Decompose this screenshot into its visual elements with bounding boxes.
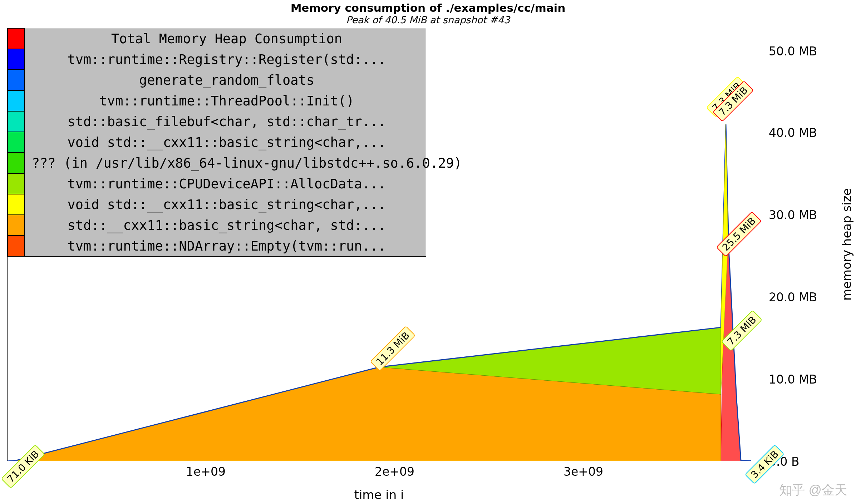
legend-swatch bbox=[8, 194, 25, 215]
legend-item[interactable]: tvm::runtime::NDArray::Empty(tvm::run... bbox=[8, 236, 426, 256]
legend-item[interactable]: std::basic_filebuf<char, std::char_tr... bbox=[8, 111, 426, 132]
chart-subtitle: Peak of 40.5 MiB at snapshot #43 bbox=[0, 14, 856, 25]
y-tick-label: 30.0 MB bbox=[769, 208, 817, 222]
x-tick-label: 3e+09 bbox=[564, 465, 603, 479]
legend-label: std::__cxx11::basic_string<char, std:... bbox=[25, 219, 426, 232]
legend-label: tvm::runtime::ThreadPool::Init() bbox=[25, 94, 426, 108]
legend-swatch bbox=[8, 215, 25, 236]
legend-label: void std::__cxx11::basic_string<char,... bbox=[25, 198, 426, 211]
legend-item[interactable]: tvm::runtime::ThreadPool::Init() bbox=[8, 90, 426, 111]
legend-label: Total Memory Heap Consumption bbox=[25, 32, 426, 45]
legend-swatch bbox=[8, 49, 25, 70]
watermark: 知乎 @金天 bbox=[779, 481, 847, 499]
legend-label: tvm::runtime::Registry::Register(std:... bbox=[25, 53, 426, 66]
legend-label: tvm::runtime::NDArray::Empty(tvm::run... bbox=[25, 239, 426, 253]
y-tick-label: 20.0 MB bbox=[769, 290, 817, 304]
legend-item[interactable]: void std::__cxx11::basic_string<char,... bbox=[8, 194, 426, 215]
legend-label: void std::__cxx11::basic_string<char,... bbox=[25, 136, 426, 149]
legend-item[interactable]: void std::__cxx11::basic_string<char,... bbox=[8, 132, 426, 153]
legend-label: ??? (in /usr/lib/x86_64-linux-gnu/libstd… bbox=[25, 157, 426, 170]
chart-title: Memory consumption of ./examples/cc/main bbox=[0, 1, 856, 14]
legend-item[interactable]: tvm::runtime::Registry::Register(std:... bbox=[8, 49, 426, 70]
legend-swatch bbox=[8, 90, 25, 111]
y-tick-label: 10.0 MB bbox=[769, 372, 817, 386]
legend-swatch bbox=[8, 153, 25, 173]
y-tick-label: 50.0 MB bbox=[769, 44, 817, 58]
legend-swatch bbox=[8, 111, 25, 132]
legend-item[interactable]: ??? (in /usr/lib/x86_64-linux-gnu/libstd… bbox=[8, 153, 426, 173]
legend-swatch bbox=[8, 173, 25, 194]
legend-swatch bbox=[8, 132, 25, 153]
legend-item[interactable]: generate_random_floats bbox=[8, 70, 426, 90]
legend-swatch bbox=[8, 28, 25, 49]
legend-label: tvm::runtime::CPUDeviceAPI::AllocData... bbox=[25, 177, 426, 191]
legend-swatch bbox=[8, 236, 25, 256]
x-axis-label: time in i bbox=[7, 488, 751, 502]
legend-item[interactable]: tvm::runtime::CPUDeviceAPI::AllocData... bbox=[8, 173, 426, 194]
legend-swatch bbox=[8, 70, 25, 90]
legend-label: std::basic_filebuf<char, std::char_tr... bbox=[25, 115, 426, 128]
y-tick-label: 40.0 MB bbox=[769, 126, 817, 140]
legend-label: generate_random_floats bbox=[25, 74, 426, 87]
y-axis-label: memory heap size bbox=[840, 28, 854, 461]
x-tick-label: 2e+09 bbox=[375, 465, 414, 479]
legend-item[interactable]: std::__cxx11::basic_string<char, std:... bbox=[8, 215, 426, 236]
legend-item[interactable]: Total Memory Heap Consumption bbox=[8, 28, 426, 49]
chart-root: Memory consumption of ./examples/cc/main… bbox=[0, 0, 856, 504]
x-tick-label: 1e+09 bbox=[186, 465, 226, 479]
legend: Total Memory Heap Consumptiontvm::runtim… bbox=[7, 28, 426, 257]
